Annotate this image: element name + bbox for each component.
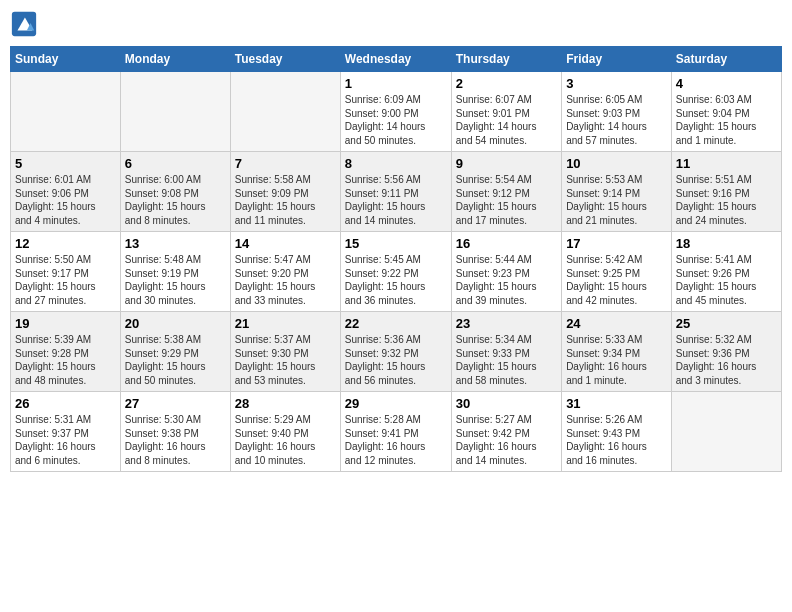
weekday-header-row: SundayMondayTuesdayWednesdayThursdayFrid… <box>11 47 782 72</box>
day-number: 18 <box>676 236 777 251</box>
calendar-cell: 30Sunrise: 5:27 AM Sunset: 9:42 PM Dayli… <box>451 392 561 472</box>
calendar-cell: 8Sunrise: 5:56 AM Sunset: 9:11 PM Daylig… <box>340 152 451 232</box>
day-info: Sunrise: 5:48 AM Sunset: 9:19 PM Dayligh… <box>125 253 226 307</box>
calendar-cell: 5Sunrise: 6:01 AM Sunset: 9:06 PM Daylig… <box>11 152 121 232</box>
day-info: Sunrise: 5:26 AM Sunset: 9:43 PM Dayligh… <box>566 413 667 467</box>
day-info: Sunrise: 5:51 AM Sunset: 9:16 PM Dayligh… <box>676 173 777 227</box>
day-info: Sunrise: 5:41 AM Sunset: 9:26 PM Dayligh… <box>676 253 777 307</box>
day-number: 5 <box>15 156 116 171</box>
day-info: Sunrise: 5:42 AM Sunset: 9:25 PM Dayligh… <box>566 253 667 307</box>
calendar-cell: 31Sunrise: 5:26 AM Sunset: 9:43 PM Dayli… <box>562 392 672 472</box>
day-number: 31 <box>566 396 667 411</box>
calendar-cell: 11Sunrise: 5:51 AM Sunset: 9:16 PM Dayli… <box>671 152 781 232</box>
day-number: 11 <box>676 156 777 171</box>
calendar-cell: 20Sunrise: 5:38 AM Sunset: 9:29 PM Dayli… <box>120 312 230 392</box>
day-info: Sunrise: 5:28 AM Sunset: 9:41 PM Dayligh… <box>345 413 447 467</box>
calendar-cell: 18Sunrise: 5:41 AM Sunset: 9:26 PM Dayli… <box>671 232 781 312</box>
day-number: 17 <box>566 236 667 251</box>
day-number: 26 <box>15 396 116 411</box>
day-number: 23 <box>456 316 557 331</box>
day-info: Sunrise: 5:54 AM Sunset: 9:12 PM Dayligh… <box>456 173 557 227</box>
weekday-header: Tuesday <box>230 47 340 72</box>
day-number: 3 <box>566 76 667 91</box>
day-number: 2 <box>456 76 557 91</box>
logo <box>10 10 40 38</box>
weekday-header: Wednesday <box>340 47 451 72</box>
weekday-header: Sunday <box>11 47 121 72</box>
day-info: Sunrise: 6:03 AM Sunset: 9:04 PM Dayligh… <box>676 93 777 147</box>
day-number: 29 <box>345 396 447 411</box>
day-info: Sunrise: 5:44 AM Sunset: 9:23 PM Dayligh… <box>456 253 557 307</box>
day-info: Sunrise: 5:29 AM Sunset: 9:40 PM Dayligh… <box>235 413 336 467</box>
day-number: 30 <box>456 396 557 411</box>
calendar-cell: 14Sunrise: 5:47 AM Sunset: 9:20 PM Dayli… <box>230 232 340 312</box>
day-info: Sunrise: 5:27 AM Sunset: 9:42 PM Dayligh… <box>456 413 557 467</box>
calendar-cell: 21Sunrise: 5:37 AM Sunset: 9:30 PM Dayli… <box>230 312 340 392</box>
calendar-week-row: 19Sunrise: 5:39 AM Sunset: 9:28 PM Dayli… <box>11 312 782 392</box>
day-info: Sunrise: 5:36 AM Sunset: 9:32 PM Dayligh… <box>345 333 447 387</box>
day-number: 19 <box>15 316 116 331</box>
day-info: Sunrise: 5:31 AM Sunset: 9:37 PM Dayligh… <box>15 413 116 467</box>
calendar-cell <box>230 72 340 152</box>
calendar-week-row: 5Sunrise: 6:01 AM Sunset: 9:06 PM Daylig… <box>11 152 782 232</box>
day-number: 14 <box>235 236 336 251</box>
day-number: 6 <box>125 156 226 171</box>
calendar-cell: 6Sunrise: 6:00 AM Sunset: 9:08 PM Daylig… <box>120 152 230 232</box>
page-header <box>10 10 782 38</box>
calendar-cell: 9Sunrise: 5:54 AM Sunset: 9:12 PM Daylig… <box>451 152 561 232</box>
calendar-week-row: 12Sunrise: 5:50 AM Sunset: 9:17 PM Dayli… <box>11 232 782 312</box>
day-info: Sunrise: 5:32 AM Sunset: 9:36 PM Dayligh… <box>676 333 777 387</box>
day-number: 1 <box>345 76 447 91</box>
day-info: Sunrise: 5:38 AM Sunset: 9:29 PM Dayligh… <box>125 333 226 387</box>
calendar-cell: 3Sunrise: 6:05 AM Sunset: 9:03 PM Daylig… <box>562 72 672 152</box>
day-info: Sunrise: 5:47 AM Sunset: 9:20 PM Dayligh… <box>235 253 336 307</box>
day-info: Sunrise: 6:00 AM Sunset: 9:08 PM Dayligh… <box>125 173 226 227</box>
calendar-cell: 2Sunrise: 6:07 AM Sunset: 9:01 PM Daylig… <box>451 72 561 152</box>
calendar-cell: 16Sunrise: 5:44 AM Sunset: 9:23 PM Dayli… <box>451 232 561 312</box>
day-number: 25 <box>676 316 777 331</box>
day-info: Sunrise: 5:39 AM Sunset: 9:28 PM Dayligh… <box>15 333 116 387</box>
calendar: SundayMondayTuesdayWednesdayThursdayFrid… <box>10 46 782 472</box>
weekday-header: Saturday <box>671 47 781 72</box>
day-info: Sunrise: 5:58 AM Sunset: 9:09 PM Dayligh… <box>235 173 336 227</box>
day-number: 27 <box>125 396 226 411</box>
day-number: 16 <box>456 236 557 251</box>
day-number: 7 <box>235 156 336 171</box>
day-info: Sunrise: 5:50 AM Sunset: 9:17 PM Dayligh… <box>15 253 116 307</box>
day-info: Sunrise: 5:30 AM Sunset: 9:38 PM Dayligh… <box>125 413 226 467</box>
calendar-cell: 24Sunrise: 5:33 AM Sunset: 9:34 PM Dayli… <box>562 312 672 392</box>
day-number: 15 <box>345 236 447 251</box>
calendar-cell <box>11 72 121 152</box>
day-info: Sunrise: 5:56 AM Sunset: 9:11 PM Dayligh… <box>345 173 447 227</box>
calendar-cell: 23Sunrise: 5:34 AM Sunset: 9:33 PM Dayli… <box>451 312 561 392</box>
day-number: 13 <box>125 236 226 251</box>
calendar-cell <box>671 392 781 472</box>
calendar-cell: 10Sunrise: 5:53 AM Sunset: 9:14 PM Dayli… <box>562 152 672 232</box>
calendar-cell: 27Sunrise: 5:30 AM Sunset: 9:38 PM Dayli… <box>120 392 230 472</box>
day-number: 24 <box>566 316 667 331</box>
day-info: Sunrise: 5:34 AM Sunset: 9:33 PM Dayligh… <box>456 333 557 387</box>
calendar-cell: 19Sunrise: 5:39 AM Sunset: 9:28 PM Dayli… <box>11 312 121 392</box>
day-number: 28 <box>235 396 336 411</box>
calendar-cell: 4Sunrise: 6:03 AM Sunset: 9:04 PM Daylig… <box>671 72 781 152</box>
logo-icon <box>10 10 38 38</box>
calendar-cell: 28Sunrise: 5:29 AM Sunset: 9:40 PM Dayli… <box>230 392 340 472</box>
calendar-cell: 17Sunrise: 5:42 AM Sunset: 9:25 PM Dayli… <box>562 232 672 312</box>
day-info: Sunrise: 5:37 AM Sunset: 9:30 PM Dayligh… <box>235 333 336 387</box>
calendar-cell: 13Sunrise: 5:48 AM Sunset: 9:19 PM Dayli… <box>120 232 230 312</box>
day-number: 4 <box>676 76 777 91</box>
calendar-week-row: 26Sunrise: 5:31 AM Sunset: 9:37 PM Dayli… <box>11 392 782 472</box>
calendar-cell: 29Sunrise: 5:28 AM Sunset: 9:41 PM Dayli… <box>340 392 451 472</box>
weekday-header: Monday <box>120 47 230 72</box>
weekday-header: Friday <box>562 47 672 72</box>
day-info: Sunrise: 6:09 AM Sunset: 9:00 PM Dayligh… <box>345 93 447 147</box>
day-info: Sunrise: 6:05 AM Sunset: 9:03 PM Dayligh… <box>566 93 667 147</box>
day-info: Sunrise: 5:45 AM Sunset: 9:22 PM Dayligh… <box>345 253 447 307</box>
day-number: 22 <box>345 316 447 331</box>
day-number: 10 <box>566 156 667 171</box>
calendar-week-row: 1Sunrise: 6:09 AM Sunset: 9:00 PM Daylig… <box>11 72 782 152</box>
calendar-cell: 22Sunrise: 5:36 AM Sunset: 9:32 PM Dayli… <box>340 312 451 392</box>
calendar-cell: 25Sunrise: 5:32 AM Sunset: 9:36 PM Dayli… <box>671 312 781 392</box>
calendar-cell: 12Sunrise: 5:50 AM Sunset: 9:17 PM Dayli… <box>11 232 121 312</box>
calendar-cell: 26Sunrise: 5:31 AM Sunset: 9:37 PM Dayli… <box>11 392 121 472</box>
